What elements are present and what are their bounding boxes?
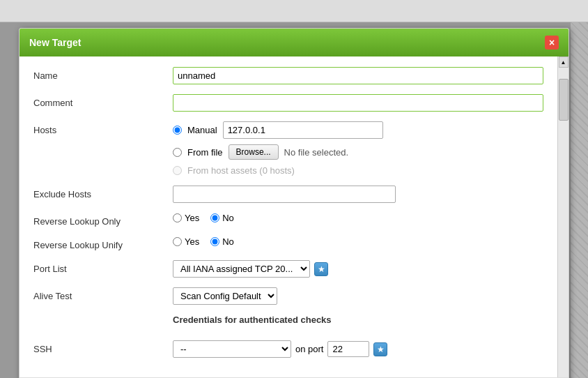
from-file-radio[interactable]	[173, 148, 182, 157]
rlu-no-label[interactable]: No	[222, 236, 234, 247]
scrollbar[interactable]: ▲	[557, 56, 568, 377]
exclude-hosts-label: Exclude Hosts	[33, 186, 173, 199]
reverse-lookup-unify-radio-group: Yes No	[173, 236, 543, 247]
ssh-select[interactable]: --	[173, 340, 291, 358]
credentials-spacer	[33, 315, 173, 318]
name-control	[173, 67, 543, 84]
reverse-lookup-only-row: Reverse Lookup Only Yes No	[33, 213, 543, 227]
comment-label: Comment	[33, 94, 173, 108]
rlu-yes-radio[interactable]	[173, 237, 182, 246]
port-list-select[interactable]: All IANA assigned TCP 20...	[173, 260, 310, 278]
from-host-assets-row: From host assets (0 hosts)	[173, 165, 543, 176]
reverse-lookup-only-label: Reverse Lookup Only	[33, 213, 173, 227]
alive-test-row: Alive Test Scan Config Default	[33, 287, 543, 305]
port-list-row: Port List All IANA assigned TCP 20... ★	[33, 260, 543, 278]
alive-test-control: Scan Config Default	[173, 287, 543, 305]
dialog-close-button[interactable]: ×	[545, 36, 559, 50]
new-target-dialog: New Target × Name Comment	[19, 28, 569, 378]
rlo-yes-label[interactable]: Yes	[185, 213, 199, 223]
ssh-star-button[interactable]: ★	[373, 342, 387, 356]
no-file-text: No file selected.	[284, 147, 349, 158]
rlo-no-label[interactable]: No	[222, 213, 234, 223]
dialog-title: New Target	[29, 37, 81, 48]
port-list-star-button[interactable]: ★	[314, 262, 328, 276]
hosts-row: Hosts Manual From file Browse...	[33, 121, 543, 176]
scrollbar-thumb[interactable]	[559, 79, 568, 121]
from-host-assets-radio	[173, 166, 182, 175]
manual-label[interactable]: Manual	[187, 125, 217, 135]
ssh-control: -- on port ★	[173, 340, 543, 358]
alive-test-label: Alive Test	[33, 287, 173, 301]
credentials-header: Credentials for authenticated checks	[173, 315, 543, 331]
rlu-no-radio[interactable]	[210, 237, 219, 246]
rlu-yes-label[interactable]: Yes	[185, 236, 199, 247]
hosts-control: Manual From file Browse... No file selec…	[173, 121, 543, 176]
ssh-row: SSH -- on port ★	[33, 340, 543, 358]
comment-row: Comment	[33, 94, 543, 112]
rlo-yes-radio[interactable]	[173, 213, 182, 222]
from-file-radio-row: From file Browse... No file selected.	[173, 144, 543, 160]
dialog-header: New Target ×	[20, 29, 568, 56]
top-bar	[0, 0, 588, 22]
reverse-lookup-unify-row: Reverse Lookup Unify Yes No	[33, 236, 543, 250]
rlu-yes-option: Yes	[173, 236, 199, 247]
reverse-lookup-unify-label: Reverse Lookup Unify	[33, 236, 173, 250]
port-list-wrapper: All IANA assigned TCP 20... ★	[173, 260, 543, 278]
comment-control	[173, 94, 543, 112]
exclude-hosts-control	[173, 186, 543, 203]
scrollbar-up-arrow[interactable]: ▲	[559, 56, 568, 68]
ssh-label: SSH	[33, 340, 173, 354]
port-input[interactable]	[327, 341, 369, 357]
reverse-lookup-only-control: Yes No	[173, 213, 543, 223]
manual-hosts-input[interactable]	[223, 121, 383, 139]
reverse-lookup-only-radio-group: Yes No	[173, 213, 543, 223]
comment-input[interactable]	[173, 94, 543, 112]
port-list-label: Port List	[33, 260, 173, 274]
dialog-body: Name Comment Hosts	[20, 56, 568, 377]
alive-test-select[interactable]: Scan Config Default	[173, 287, 277, 305]
exclude-hosts-row: Exclude Hosts	[33, 186, 543, 203]
port-list-control: All IANA assigned TCP 20... ★	[173, 260, 543, 278]
name-row: Name	[33, 67, 543, 84]
on-port-label: on port	[295, 344, 323, 354]
manual-radio[interactable]	[173, 126, 182, 135]
rlo-no-radio[interactable]	[210, 213, 219, 222]
from-file-label[interactable]: From file	[187, 147, 223, 158]
credentials-section-label: Credentials for authenticated checks	[173, 315, 543, 325]
manual-radio-row: Manual	[173, 121, 543, 139]
rlo-yes-option: Yes	[173, 213, 199, 223]
credentials-header-row: Credentials for authenticated checks	[33, 315, 543, 331]
ssh-controls-wrapper: -- on port ★	[173, 340, 543, 358]
name-label: Name	[33, 67, 173, 81]
from-host-assets-label: From host assets (0 hosts)	[187, 165, 295, 176]
rlo-no-option: No	[210, 213, 234, 223]
hosts-label: Hosts	[33, 121, 173, 135]
browse-button[interactable]: Browse...	[229, 144, 279, 160]
exclude-hosts-input[interactable]	[173, 186, 396, 203]
rlu-no-option: No	[210, 236, 234, 247]
name-input[interactable]	[173, 67, 543, 84]
reverse-lookup-unify-control: Yes No	[173, 236, 543, 247]
dialog-content: Name Comment Hosts	[20, 56, 557, 377]
